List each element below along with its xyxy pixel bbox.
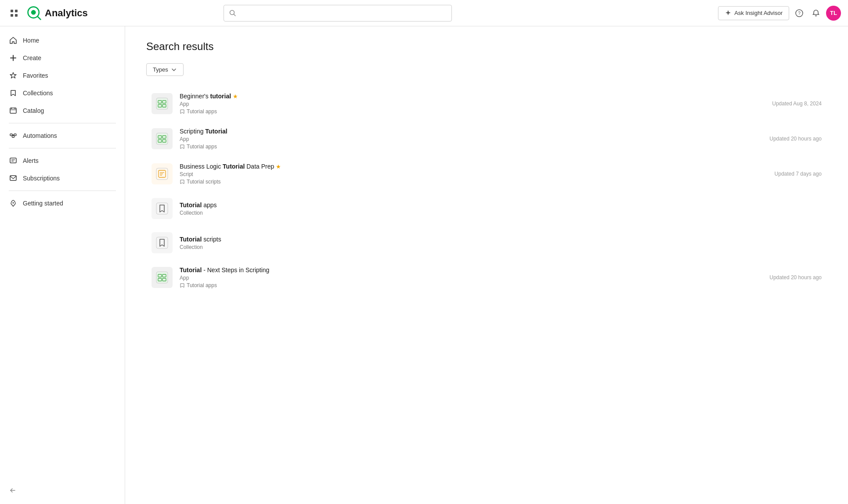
rocket-icon [9,199,18,208]
results-list: Beginner's tutorial★ App Tutorial apps U… [146,86,827,295]
sidebar-divider-2 [9,148,116,148]
result-collection: Tutorial apps [180,108,756,115]
result-item-tutorial-scripts-collection[interactable]: Tutorial scripts Collection [146,226,827,259]
svg-rect-43 [156,203,168,214]
result-icon-collection-2 [152,232,173,253]
result-collection-2: Tutorial apps [180,144,754,150]
help-button[interactable]: ? [793,7,806,20]
result-details-2: Scripting Tutorial App Tutorial apps [180,128,754,150]
result-icon-app-2 [152,128,173,149]
notifications-button[interactable] [809,7,823,20]
result-name-6: Tutorial - Next Steps in Scripting [180,266,754,274]
result-icon-app [152,93,173,114]
result-type-4: Collection [180,210,822,216]
result-name: Beginner's tutorial★ [180,93,756,100]
collection-bookmark-icon [155,202,169,215]
result-item-tutorial-next-steps[interactable]: Tutorial - Next Steps in Scripting App T… [146,260,827,295]
result-icon-collection [152,198,173,219]
sidebar-item-subscriptions[interactable]: Subscriptions [0,169,125,187]
bookmark-icon [9,89,18,97]
sidebar-collapse-button[interactable] [0,482,125,499]
sidebar-item-favorites[interactable]: Favorites [0,67,125,84]
result-item-scripting-tutorial[interactable]: Scripting Tutorial App Tutorial apps Upd… [146,122,827,156]
svg-point-5 [31,10,36,14]
svg-point-26 [13,202,14,204]
qlik-logo[interactable]: Analytics [26,5,88,21]
result-name-5: Tutorial scripts [180,236,822,243]
collapse-icon [9,486,17,494]
main-content: Search results Types [125,26,848,504]
result-name-3: Business Logic Tutorial Data Prep★ [180,163,759,170]
sidebar-item-home[interactable]: Home [0,32,125,49]
result-name-2: Scripting Tutorial [180,128,754,135]
svg-rect-22 [10,158,16,163]
sidebar-item-create[interactable]: Create [0,49,125,67]
svg-rect-28 [156,98,168,109]
result-type-6: App [180,275,754,281]
sidebar-item-getting-started[interactable]: Getting started [0,194,125,212]
types-filter-button[interactable]: Types [146,63,184,76]
sidebar-item-catalog[interactable]: Catalog [0,102,125,119]
chevron-down-icon [171,67,177,73]
automations-icon [9,131,18,140]
sidebar-item-automations[interactable]: Automations [0,127,125,144]
result-details-3: Business Logic Tutorial Data Prep★ Scrip… [180,163,759,185]
result-collection-6: Tutorial apps [180,282,754,288]
collection-icon-3 [180,179,185,184]
svg-rect-2 [11,14,13,17]
result-type-5: Collection [180,244,822,250]
svg-rect-19 [12,136,14,137]
result-type-3: Script [180,171,759,177]
app-icon-2 [155,132,169,145]
svg-rect-16 [14,108,15,109]
svg-rect-17 [10,134,12,136]
insight-advisor-button[interactable]: Ask Insight Advisor [718,6,789,20]
result-updated-2: Updated 20 hours ago [761,136,822,142]
collection-icon-6 [180,283,185,288]
help-icon: ? [795,9,803,17]
result-icon-script [152,163,173,184]
main-container: Home Create Favorites [0,26,848,504]
svg-rect-1 [15,10,18,12]
sidebar-item-alerts[interactable]: Alerts [0,152,125,169]
svg-text:?: ? [798,11,801,16]
home-icon [9,36,18,45]
svg-rect-25 [10,176,16,180]
bell-icon [812,9,820,17]
collection-bookmark-icon-2 [155,236,169,249]
search-input[interactable]: tutorial [240,10,446,17]
result-updated: Updated Aug 8, 2024 [763,101,822,107]
svg-rect-45 [156,272,168,283]
svg-rect-33 [156,133,168,144]
sidebar-item-collections[interactable]: Collections [0,84,125,102]
svg-rect-15 [11,108,12,109]
result-collection-3: Tutorial scripts [180,179,759,185]
script-icon [155,167,169,180]
result-name-4: Tutorial apps [180,202,822,209]
search-bar[interactable]: tutorial [224,5,452,22]
header-right: Ask Insight Advisor ? TL [718,6,841,21]
grid-menu-button[interactable] [7,6,21,20]
app-title: Analytics [45,7,88,19]
filter-bar: Types [146,63,827,76]
header-left: Analytics [7,5,88,21]
result-type-2: App [180,136,754,142]
result-item-beginners-tutorial[interactable]: Beginner's tutorial★ App Tutorial apps U… [146,86,827,121]
star-icon [9,71,18,80]
sidebar-spacer [0,212,125,482]
result-item-tutorial-apps-collection[interactable]: Tutorial apps Collection [146,192,827,225]
result-details: Beginner's tutorial★ App Tutorial apps [180,93,756,115]
user-avatar[interactable]: TL [826,6,841,21]
result-icon-app-3 [152,267,173,288]
app-icon [155,97,169,110]
result-item-business-logic[interactable]: Business Logic Tutorial Data Prep★ Scrip… [146,157,827,191]
search-icon [229,10,236,17]
svg-rect-0 [11,10,13,12]
svg-line-6 [37,16,40,19]
alerts-icon [9,156,18,165]
catalog-icon [9,106,18,115]
svg-line-8 [234,14,235,16]
result-type: App [180,101,756,107]
app-icon-3 [155,271,169,284]
collection-icon [180,109,185,114]
